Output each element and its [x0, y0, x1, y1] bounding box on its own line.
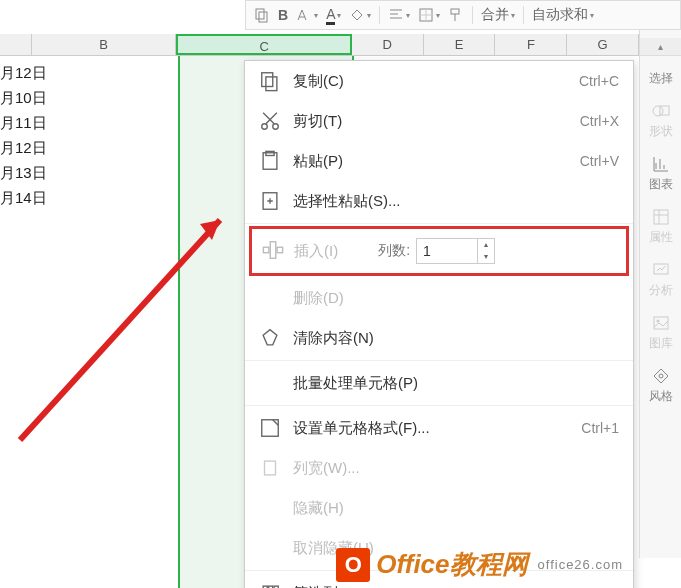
- svg-point-26: [656, 320, 659, 323]
- column-count-input[interactable]: [417, 241, 477, 261]
- menu-paste-special[interactable]: 选择性粘贴(S)...: [245, 181, 633, 221]
- svg-rect-13: [270, 241, 276, 258]
- menu-label: 插入(I): [294, 242, 338, 261]
- svg-rect-3: [451, 9, 459, 14]
- menu-batch[interactable]: 批量处理单元格(P): [245, 363, 633, 403]
- menu-delete: 删除(D): [245, 278, 633, 318]
- context-menu: 复制(C) Ctrl+C 剪切(T) Ctrl+X 粘贴(P) Ctrl+V 选…: [244, 60, 634, 588]
- copy-icon: [259, 70, 281, 92]
- svg-rect-15: [277, 247, 283, 253]
- insert-icon: [262, 239, 284, 264]
- style-icon: [651, 366, 671, 386]
- svg-rect-14: [263, 247, 269, 253]
- format-icon: [259, 417, 281, 439]
- column-count-spinner[interactable]: ▴ ▾: [416, 238, 495, 264]
- watermark: O Office教程网 office26.com: [336, 547, 623, 582]
- col-header-g[interactable]: G: [567, 34, 639, 55]
- copy-format-icon[interactable]: [254, 7, 270, 23]
- cell[interactable]: 月12日: [0, 135, 80, 160]
- col-header-d[interactable]: D: [352, 34, 424, 55]
- sidebar-label: 选择: [649, 70, 673, 87]
- menu-label: 清除内容(N): [293, 329, 619, 348]
- align-button[interactable]: ▾: [388, 7, 410, 23]
- menu-cut[interactable]: 剪切(T) Ctrl+X: [245, 101, 633, 141]
- sidebar-style[interactable]: 风格: [649, 366, 673, 405]
- chart-icon: [651, 154, 671, 174]
- svg-rect-6: [262, 73, 273, 87]
- svg-rect-17: [265, 461, 276, 475]
- sidebar-property[interactable]: 属性: [649, 207, 673, 246]
- office-logo-icon: O: [336, 548, 370, 582]
- autosum-button[interactable]: 自动求和▾: [532, 6, 594, 24]
- sidebar-shape[interactable]: 形状: [649, 101, 673, 140]
- filter-icon: [259, 582, 281, 588]
- menu-label: 设置单元格格式(F)...: [293, 419, 581, 438]
- svg-rect-1: [259, 12, 267, 22]
- row-header-gutter: [0, 34, 32, 55]
- menu-copy[interactable]: 复制(C) Ctrl+C: [245, 61, 633, 101]
- count-label: 列数:: [378, 242, 410, 260]
- menu-format-cells[interactable]: 设置单元格格式(F)... Ctrl+1: [245, 408, 633, 448]
- col-header-e[interactable]: E: [424, 34, 496, 55]
- menu-clear[interactable]: 清除内容(N): [245, 318, 633, 358]
- date-cells: 月12日 月10日 月11日 月12日 月13日 月14日: [0, 60, 80, 210]
- menu-separator: [245, 360, 633, 361]
- menu-label: 筛选列: [293, 584, 619, 589]
- sidebar-chart[interactable]: 图表: [649, 154, 673, 193]
- border-button[interactable]: ▾: [418, 7, 440, 23]
- col-header-f[interactable]: F: [495, 34, 567, 55]
- svg-rect-23: [654, 210, 668, 224]
- col-header-b[interactable]: B: [32, 34, 177, 55]
- menu-paste[interactable]: 粘贴(P) Ctrl+V: [245, 141, 633, 181]
- col-header-c-selected[interactable]: C: [176, 34, 351, 55]
- menu-label: 批量处理单元格(P): [293, 374, 619, 393]
- shortcut: Ctrl+V: [580, 153, 619, 169]
- mini-toolbar: B ▾ A▾ ▾ ▾ ▾ 合并▾ 自动求和▾: [245, 0, 681, 30]
- menu-label: 粘贴(P): [293, 152, 580, 171]
- annotation-highlight: 插入(I) 列数: ▴ ▾: [249, 226, 629, 276]
- sidebar-label: 分析: [649, 282, 673, 299]
- watermark-sub: office26.com: [538, 557, 623, 572]
- shortcut: Ctrl+C: [579, 73, 619, 89]
- sidebar-label: 风格: [649, 388, 673, 405]
- sidebar-select[interactable]: 选择: [649, 70, 673, 87]
- cell[interactable]: 月11日: [0, 110, 80, 135]
- menu-label: 复制(C): [293, 72, 579, 91]
- cell[interactable]: 月13日: [0, 160, 80, 185]
- width-icon: [259, 457, 281, 479]
- property-icon: [651, 207, 671, 227]
- sidebar-gallery[interactable]: 图库: [649, 313, 673, 352]
- cell[interactable]: 月12日: [0, 60, 80, 85]
- right-sidebar: ▴ 选择 形状 图表 属性 分析 图库 风格: [639, 30, 681, 558]
- menu-hide: 隐藏(H): [245, 488, 633, 528]
- menu-label: 删除(D): [293, 289, 619, 308]
- spinner-down[interactable]: ▾: [478, 251, 494, 263]
- menu-label: 剪切(T): [293, 112, 580, 131]
- format-painter-button[interactable]: [448, 7, 464, 23]
- menu-label: 隐藏(H): [293, 499, 619, 518]
- merge-button[interactable]: 合并▾: [481, 6, 515, 24]
- scroll-up-button[interactable]: ▴: [640, 38, 681, 56]
- analyze-icon: [651, 260, 671, 280]
- menu-label: 选择性粘贴(S)...: [293, 192, 619, 211]
- menu-insert[interactable]: 插入(I) 列数: ▴ ▾: [252, 229, 626, 273]
- cell[interactable]: 月14日: [0, 185, 80, 210]
- shortcut: Ctrl+X: [580, 113, 619, 129]
- svg-point-28: [659, 374, 663, 378]
- cell[interactable]: 月10日: [0, 85, 80, 110]
- sidebar-label: 形状: [649, 123, 673, 140]
- menu-label: 列宽(W)...: [293, 459, 619, 478]
- sidebar-analyze[interactable]: 分析: [649, 260, 673, 299]
- paste-icon: [259, 150, 281, 172]
- shape-icon: [651, 101, 671, 121]
- column-headers: B C D E F G: [0, 34, 639, 56]
- clear-icon: [259, 327, 281, 349]
- paste-special-icon: [259, 190, 281, 212]
- font-size-button[interactable]: ▾: [296, 7, 318, 23]
- spinner-up[interactable]: ▴: [478, 239, 494, 251]
- watermark-text: Office教程网: [376, 547, 527, 582]
- fill-color-button[interactable]: ▾: [349, 7, 371, 23]
- bold-button[interactable]: B: [278, 7, 288, 23]
- menu-separator: [245, 223, 633, 224]
- font-color-button[interactable]: A▾: [326, 6, 341, 25]
